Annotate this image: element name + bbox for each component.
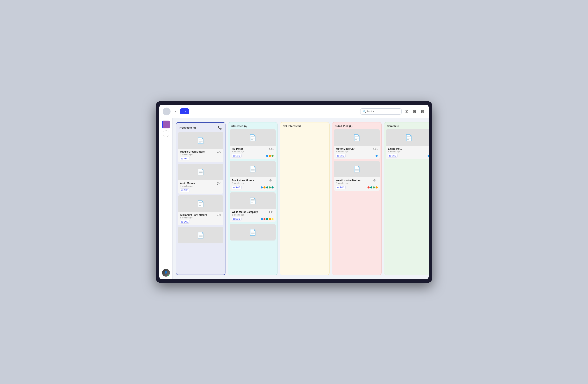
- card-image: 📄: [178, 227, 223, 243]
- card-time: 3 months ago: [232, 182, 273, 184]
- card-footer: ⊞ SM-1: [232, 217, 273, 221]
- add-workspace-button[interactable]: [163, 130, 169, 137]
- card-tag[interactable]: ⊞ SM-1: [180, 157, 190, 160]
- tag-icon: ⊞: [181, 189, 183, 191]
- table-row[interactable]: 📄Willis Motor Company💬 13 months ago⊞ SM…: [230, 192, 276, 222]
- card-tag[interactable]: ⊞ SM-1: [336, 186, 346, 189]
- column-cards-prospects: 📄Middle Green Motors💬 13 months ago⊞ SM-…: [176, 132, 225, 275]
- workspace-selector[interactable]: ▾: [173, 110, 176, 113]
- grid-view-button[interactable]: ⊞: [412, 108, 417, 115]
- color-dot: [368, 186, 370, 189]
- filter-button[interactable]: ⧖: [404, 108, 409, 115]
- card-tag[interactable]: ⊞ SM-1: [232, 217, 242, 221]
- doc-icon: 📄: [197, 137, 204, 144]
- column-header-not-interested: Not Interested: [280, 122, 329, 129]
- comment-icon: 💬: [269, 148, 272, 150]
- table-row[interactable]: 📄: [178, 227, 223, 243]
- column-interested: Interested (4)📄FM Motor💬 13 months ago⊞ …: [228, 122, 277, 275]
- card-body: Middle Green Motors💬 13 months ago⊞ SM-1: [178, 149, 223, 162]
- card-comment: 💬 1: [269, 148, 273, 150]
- column-cards-didnt-pick: 📄Motor Miles Car💬 13 months ago⊞ SM-1📄We…: [332, 129, 381, 275]
- card-title: FM Motor: [232, 148, 243, 150]
- user-avatar[interactable]: 👤: [162, 269, 170, 277]
- column-prospects: Prospects (5)📞📄Middle Green Motors💬 13 m…: [176, 122, 226, 275]
- kanban-board: Prospects (5)📞📄Middle Green Motors💬 13 m…: [173, 118, 429, 279]
- tag-icon: ⊞: [233, 186, 235, 189]
- card-body: Ealing Mo...3 months ago⊞ SM-1: [386, 146, 429, 159]
- color-dot: [376, 186, 378, 189]
- color-dot: [263, 186, 266, 189]
- color-dot: [263, 218, 266, 220]
- card-tag[interactable]: ⊞ SM-1: [180, 189, 190, 192]
- tag-icon: ⊞: [337, 186, 339, 189]
- doc-icon: 📄: [249, 134, 256, 141]
- card-tag[interactable]: ⊞ SM-1: [232, 154, 242, 157]
- card-body: Motor Miles Car💬 13 months ago⊞ SM-1: [334, 146, 380, 159]
- sidebar-bottom: 👤: [162, 269, 170, 277]
- sidebar: 👤: [159, 118, 173, 279]
- column-icon-prospects[interactable]: 📞: [217, 125, 223, 130]
- table-row[interactable]: 📄West London Motors💬 13 months ago⊞ SM-1: [334, 161, 380, 191]
- table-row[interactable]: 📄Amin Motors💬 13 months ago⊞ SM-1: [178, 164, 223, 194]
- card-footer: ⊞ SM-1: [336, 154, 378, 157]
- table-row[interactable]: 📄FM Motor💬 13 months ago⊞ SM-1: [230, 129, 276, 159]
- card-time: 3 months ago: [180, 185, 221, 187]
- color-dot: [428, 155, 429, 157]
- table-row[interactable]: 📄Motor Miles Car💬 13 months ago⊞ SM-1: [334, 129, 380, 159]
- card-tag[interactable]: ⊞ SM-1: [232, 186, 242, 189]
- sidebar-item-sm[interactable]: [162, 121, 170, 128]
- card-title: Motor Miles Car: [336, 148, 355, 150]
- card-image: 📄: [178, 195, 223, 212]
- table-row[interactable]: 📄Blackstone Motors💬 13 months ago⊞ SM-1: [230, 161, 276, 191]
- color-dot: [261, 186, 263, 189]
- main-layout: 👤 Prospects (5)📞📄Middle Green Motors💬 13…: [159, 118, 429, 279]
- column-header-prospects: Prospects (5)📞: [176, 123, 225, 132]
- color-dots: [261, 186, 273, 189]
- comment-icon: 💬: [217, 151, 219, 153]
- column-cards-interested: 📄FM Motor💬 13 months ago⊞ SM-1📄Blackston…: [228, 129, 277, 275]
- comment-icon: 💬: [373, 148, 376, 150]
- card-title: Middle Green Motors: [180, 150, 205, 153]
- new-chevron-icon: ▾: [185, 110, 186, 113]
- color-dots: [266, 155, 273, 157]
- color-dot: [370, 186, 372, 189]
- column-title-prospects: Prospects (5): [179, 126, 196, 129]
- doc-icon: 📄: [249, 197, 256, 204]
- color-dots: [376, 155, 378, 157]
- table-row[interactable]: 📄Middle Green Motors💬 13 months ago⊞ SM-…: [178, 132, 223, 162]
- avatar-sa: [163, 107, 170, 115]
- table-row[interactable]: 📄: [230, 224, 276, 240]
- tag-icon: ⊞: [389, 155, 391, 157]
- column-not-interested: Not Interested: [280, 122, 330, 275]
- column-title-not-interested: Not Interested: [283, 125, 301, 128]
- search-input[interactable]: [367, 110, 399, 113]
- card-tag[interactable]: ⊞ SM-1: [336, 154, 346, 157]
- card-tag[interactable]: ⊞ SM-1: [388, 154, 398, 157]
- color-dot: [261, 218, 263, 220]
- color-dot: [376, 155, 378, 157]
- card-comment: 💬 1: [269, 211, 273, 213]
- card-title: West London Motors: [336, 179, 360, 182]
- card-time: 3 months ago: [388, 150, 429, 153]
- table-row[interactable]: 📄Ealing Mo...3 months ago⊞ SM-1: [386, 129, 429, 159]
- card-image: 📄: [230, 161, 276, 177]
- column-header-complete: Complete: [384, 122, 429, 129]
- comment-icon: 💬: [269, 211, 272, 213]
- card-title: Alexandra Park Motors: [180, 213, 207, 216]
- card-comment: 💬 1: [373, 179, 378, 182]
- search-icon: 🔍: [362, 110, 366, 113]
- card-tag[interactable]: ⊞ SM-1: [180, 220, 190, 224]
- doc-icon: 📄: [353, 166, 360, 172]
- card-time: 3 months ago: [336, 182, 378, 184]
- card-footer: ⊞ SM-1: [232, 186, 273, 189]
- doc-icon: 📄: [249, 229, 256, 236]
- table-row[interactable]: 📄Alexandra Park Motors💬 03 months ago⊞ S…: [178, 195, 223, 225]
- color-dots: [368, 186, 378, 189]
- search-box[interactable]: 🔍: [360, 108, 401, 115]
- card-image: 📄: [178, 132, 223, 149]
- new-button[interactable]: ▾: [180, 108, 189, 114]
- comment-icon: 💬: [373, 179, 376, 182]
- doc-icon: 📄: [197, 232, 204, 239]
- card-image: 📄: [334, 161, 380, 177]
- layout-button[interactable]: ⊟: [420, 108, 425, 115]
